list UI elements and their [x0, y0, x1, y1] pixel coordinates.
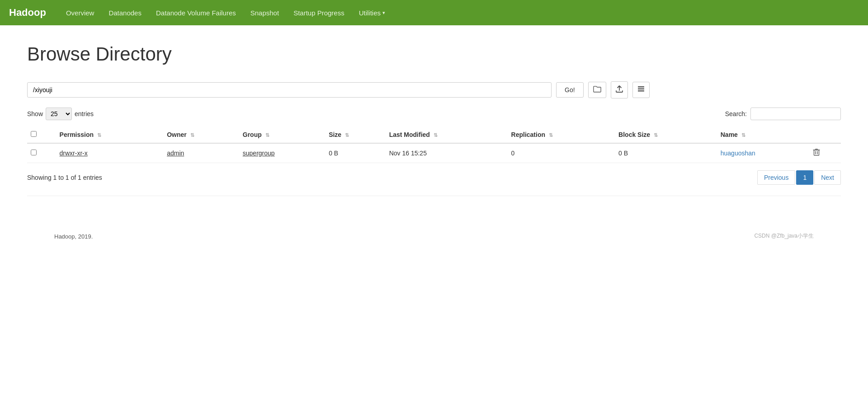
divider — [27, 196, 841, 196]
delete-icon[interactable] — [813, 150, 820, 158]
path-input[interactable] — [27, 82, 552, 98]
cell-group: supergroup — [239, 143, 325, 163]
col-owner: Owner ⇅ — [163, 126, 239, 143]
pagination-row: Showing 1 to 1 of 1 entries Previous 1 N… — [27, 170, 841, 185]
size-value: 0 B — [329, 150, 338, 157]
svg-rect-1 — [638, 89, 644, 90]
utilities-label: Utilities — [359, 9, 381, 17]
col-replication-label: Replication — [511, 131, 545, 138]
upload-icon-button[interactable] — [611, 81, 628, 98]
name-sort-icon[interactable]: ⇅ — [741, 132, 745, 138]
search-input[interactable] — [750, 108, 841, 120]
directory-table: Permission ⇅ Owner ⇅ Group ⇅ Size ⇅ Last… — [27, 126, 841, 163]
table-header-row: Permission ⇅ Owner ⇅ Group ⇅ Size ⇅ Last… — [27, 126, 841, 143]
page-1-button[interactable]: 1 — [796, 170, 813, 185]
nav-link-datanodes[interactable]: Datanodes — [102, 5, 148, 20]
dropdown-arrow-icon: ▾ — [382, 10, 385, 16]
cell-owner: admin — [163, 143, 239, 163]
col-permission-label: Permission — [60, 131, 94, 138]
select-all-checkbox[interactable] — [31, 131, 37, 137]
nav-link-overview[interactable]: Overview — [60, 5, 101, 20]
row-checkbox-cell — [27, 143, 56, 163]
footer-watermark: CSDN @Zfb_java小学生 — [754, 232, 814, 240]
upload-icon — [616, 85, 623, 95]
show-label: Show — [27, 110, 43, 117]
cell-last-modified: Nov 16 15:25 — [386, 143, 508, 163]
nav-item-overview: Overview — [60, 5, 101, 20]
cell-delete — [809, 143, 841, 163]
col-actions — [809, 126, 841, 143]
col-size-label: Size — [329, 131, 341, 138]
owner-sort-icon[interactable]: ⇅ — [190, 132, 194, 138]
col-replication: Replication ⇅ — [508, 126, 615, 143]
cell-block-size: 0 B — [615, 143, 717, 163]
nav-link-datanode-volume-failures[interactable]: Datanode Volume Failures — [150, 5, 242, 20]
footer: Hadoop, 2019. CSDN @Zfb_java小学生 — [27, 223, 841, 249]
svg-rect-0 — [638, 86, 644, 88]
nav-link-utilities[interactable]: Utilities ▾ — [353, 5, 392, 20]
cell-size: 0 B — [325, 143, 386, 163]
last-modified-value: Nov 16 15:25 — [389, 150, 427, 157]
entries-select[interactable]: 10 25 50 100 — [46, 108, 72, 120]
col-block-size-label: Block Size — [618, 131, 650, 138]
folder-icon-button[interactable] — [588, 82, 606, 98]
footer-copyright: Hadoop, 2019. — [54, 233, 93, 240]
entries-label: entries — [75, 110, 94, 117]
entries-left: Show 10 25 50 100 entries — [27, 108, 94, 120]
permission-sort-icon[interactable]: ⇅ — [97, 132, 101, 138]
col-last-modified-label: Last Modified — [389, 131, 430, 138]
navbar-brand[interactable]: Hadoop — [9, 7, 46, 19]
replication-sort-icon[interactable]: ⇅ — [549, 132, 553, 138]
block-size-sort-icon[interactable]: ⇅ — [654, 132, 658, 138]
col-size: Size ⇅ — [325, 126, 386, 143]
nav-item-snapshot: Snapshot — [244, 5, 285, 20]
col-group: Group ⇅ — [239, 126, 325, 143]
nav-links: Overview Datanodes Datanode Volume Failu… — [60, 5, 392, 20]
col-permission: Permission ⇅ — [56, 126, 164, 143]
group-sort-icon[interactable]: ⇅ — [265, 132, 269, 138]
folder-icon — [593, 85, 601, 94]
group-value: supergroup — [243, 150, 275, 157]
svg-rect-3 — [814, 150, 819, 155]
next-button[interactable]: Next — [814, 170, 841, 185]
size-sort-icon[interactable]: ⇅ — [345, 132, 349, 138]
name-link[interactable]: huaguoshan — [721, 150, 755, 157]
last-modified-sort-icon[interactable]: ⇅ — [434, 132, 438, 138]
nav-link-snapshot[interactable]: Snapshot — [244, 5, 285, 20]
col-group-label: Group — [243, 131, 262, 138]
entries-row: Show 10 25 50 100 entries Search: — [27, 108, 841, 120]
cell-permission: drwxr-xr-x — [56, 143, 164, 163]
nav-item-utilities: Utilities ▾ — [353, 5, 392, 20]
table-body: drwxr-xr-x admin supergroup 0 B Nov 16 1… — [27, 143, 841, 163]
permission-value: drwxr-xr-x — [60, 150, 88, 157]
list-icon-button[interactable] — [632, 82, 650, 98]
go-button[interactable]: Go! — [556, 82, 584, 98]
nav-item-startup-progress: Startup Progress — [287, 5, 351, 20]
nav-link-startup-progress[interactable]: Startup Progress — [287, 5, 351, 20]
page-title: Browse Directory — [27, 43, 841, 65]
replication-value: 0 — [511, 150, 515, 157]
search-right: Search: — [725, 108, 841, 120]
pagination-buttons: Previous 1 Next — [757, 170, 841, 185]
col-owner-label: Owner — [167, 131, 187, 138]
path-row: Go! — [27, 81, 841, 98]
nav-item-datanodes: Datanodes — [102, 5, 148, 20]
row-checkbox[interactable] — [31, 150, 37, 155]
owner-value: admin — [167, 150, 184, 157]
col-name: Name ⇅ — [717, 126, 809, 143]
cell-name: huaguoshan — [717, 143, 809, 163]
block-size-value: 0 B — [618, 150, 628, 157]
nav-item-datanode-volume-failures: Datanode Volume Failures — [150, 5, 242, 20]
cell-replication: 0 — [508, 143, 615, 163]
list-icon — [637, 85, 645, 94]
table-row: drwxr-xr-x admin supergroup 0 B Nov 16 1… — [27, 143, 841, 163]
col-block-size: Block Size ⇅ — [615, 126, 717, 143]
col-name-label: Name — [721, 131, 738, 138]
search-label: Search: — [725, 110, 747, 117]
col-checkbox — [27, 126, 56, 143]
previous-button[interactable]: Previous — [757, 170, 795, 185]
showing-text: Showing 1 to 1 of 1 entries — [27, 174, 102, 181]
main-content: Browse Directory Go! — [0, 25, 868, 267]
svg-rect-2 — [638, 90, 644, 92]
table-header: Permission ⇅ Owner ⇅ Group ⇅ Size ⇅ Last… — [27, 126, 841, 143]
